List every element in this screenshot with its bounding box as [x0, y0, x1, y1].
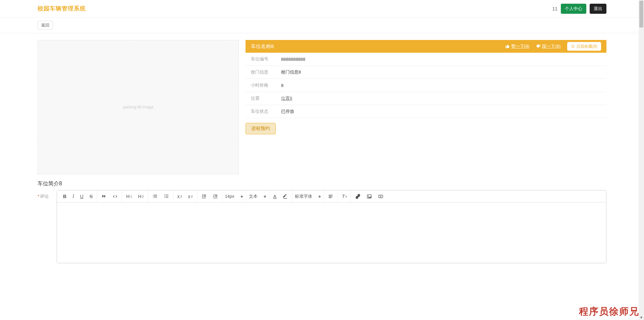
image-button[interactable]	[365, 193, 373, 200]
dislike-link[interactable]: 踩一下(8)	[536, 43, 560, 49]
ordered-list-button[interactable]	[151, 193, 159, 200]
info-value: 8	[276, 79, 606, 92]
svg-point-1	[368, 195, 369, 196]
bold-button[interactable]: B	[62, 193, 68, 200]
highlight-button[interactable]	[281, 193, 289, 200]
superscript-button[interactable]: x2	[187, 193, 194, 200]
like-label: 赞一下(8)	[511, 43, 530, 49]
indent-button[interactable]	[211, 193, 219, 200]
unordered-list-button[interactable]	[162, 193, 170, 200]
comment-section: *评论 B I U S H1 H2	[38, 190, 606, 263]
header: 校园车辆管理系统 11 个人中心 退出	[0, 0, 644, 17]
info-label: 小时价格	[246, 79, 276, 92]
link-button[interactable]	[354, 193, 362, 200]
logout-button[interactable]: 退出	[590, 4, 606, 14]
info-value: 8888888888	[276, 53, 606, 66]
scrollbar[interactable]: ▲ ▼	[639, 0, 644, 277]
underline-button[interactable]: U	[79, 193, 85, 200]
thumbs-up-icon	[505, 44, 510, 49]
info-row: 位置位置8	[246, 92, 606, 105]
comment-label: *评论	[38, 190, 53, 199]
main-container: parking-lift image 车位名称8 赞一下(8) 踩一下(8)	[0, 33, 644, 277]
top-row: parking-lift image 车位名称8 赞一下(8) 踩一下(8)	[38, 40, 606, 174]
comment-label-text: 评论	[40, 194, 49, 199]
parking-image: parking-lift image	[38, 40, 239, 174]
text-color-button[interactable]: A	[272, 193, 278, 200]
profile-button[interactable]: 个人中心	[561, 4, 586, 14]
user-number: 11	[552, 6, 557, 11]
info-value-link[interactable]: 位置8	[281, 96, 292, 101]
favorite-label: 点我收藏(8)	[576, 44, 597, 49]
info-row: 车位状态已停放	[246, 105, 606, 118]
editor-box: B I U S H1 H2 x2	[57, 190, 606, 263]
header-right: 11 个人中心 退出	[552, 4, 606, 14]
action-row: 进校预约	[246, 118, 606, 139]
font-family-select[interactable]: 标准字体◆	[295, 193, 321, 199]
back-row: 返回	[0, 17, 644, 33]
right-column: 车位名称8 赞一下(8) 踩一下(8)	[246, 40, 606, 174]
dislike-label: 踩一下(8)	[542, 43, 560, 49]
info-label: 车位编号	[246, 53, 276, 66]
quote-button[interactable]	[100, 193, 108, 200]
info-table: 车位编号8888888888校门信息校门信息8小时价格8位置位置8车位状态已停放	[246, 53, 606, 118]
info-label: 位置	[246, 92, 276, 105]
info-value: 位置8	[276, 92, 606, 105]
back-button[interactable]: 返回	[38, 21, 53, 30]
clear-format-button[interactable]: Tx	[340, 193, 348, 200]
code-button[interactable]	[111, 193, 119, 200]
info-value: 已停放	[276, 105, 606, 118]
info-row: 车位编号8888888888	[246, 53, 606, 66]
info-label: 校门信息	[246, 66, 276, 79]
thumbs-down-icon	[536, 44, 541, 49]
align-button[interactable]	[327, 193, 335, 200]
info-row: 小时价格8	[246, 79, 606, 92]
subtitle: 车位简介8	[38, 174, 606, 190]
title-bar: 车位名称8 赞一下(8) 踩一下(8)	[246, 40, 606, 53]
info-value: 校门信息8	[276, 66, 606, 79]
editor-toolbar: B I U S H1 H2 x2	[57, 190, 606, 202]
italic-button[interactable]: I	[71, 193, 75, 200]
favorite-button[interactable]: 点我收藏(8)	[567, 42, 601, 51]
outdent-button[interactable]	[200, 193, 208, 200]
video-button[interactable]	[377, 193, 385, 200]
info-row: 校门信息校门信息8	[246, 66, 606, 79]
scroll-thumb[interactable]	[639, 1, 643, 28]
strike-button[interactable]: S	[88, 193, 94, 200]
left-column: parking-lift image	[38, 40, 239, 174]
parking-title: 车位名称8	[251, 43, 274, 50]
subscript-button[interactable]: x2	[176, 193, 183, 200]
h1-button[interactable]: H1	[125, 193, 133, 200]
info-label: 车位状态	[246, 105, 276, 118]
star-icon	[571, 44, 575, 48]
reserve-button[interactable]: 进校预约	[246, 123, 276, 134]
paragraph-select[interactable]: 文本◆	[249, 193, 266, 199]
font-size-select[interactable]: 14px◆	[225, 194, 243, 199]
editor-textarea[interactable]	[57, 202, 606, 263]
brand-title: 校园车辆管理系统	[38, 5, 86, 12]
h2-button[interactable]: H2	[137, 193, 145, 200]
like-link[interactable]: 赞一下(8)	[505, 43, 530, 49]
